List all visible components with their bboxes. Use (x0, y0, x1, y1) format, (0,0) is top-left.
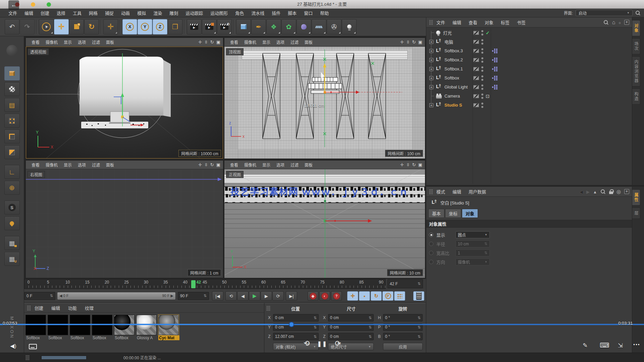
property-spinner[interactable]: 10 cm (455, 240, 490, 247)
xpresso-tag-icon[interactable] (492, 76, 498, 80)
viewport-perspective[interactable]: 查看摄像机显示选项过滤面板 ✛⇳↻▣ (25, 38, 223, 159)
last-used-tool[interactable] (103, 19, 118, 35)
front-canvas[interactable]: Y X 正视图 技艺学习素材网 ｗｗｗ．ｊｙ３ｄ．ｃｎ 网格间距 : 10 cm (224, 169, 425, 278)
more-options-icon[interactable]: ••• (633, 342, 640, 347)
range-right-handle[interactable]: 90 F ▶ (162, 294, 173, 298)
workplane-mode-button[interactable] (4, 98, 20, 112)
points-mode-button[interactable] (4, 114, 20, 128)
om-tab-3[interactable]: 构造 (632, 88, 640, 105)
om-menu-item[interactable]: 查看 (465, 19, 481, 25)
material-item[interactable]: Softbox (114, 315, 135, 340)
object-row[interactable]: +Global Light (426, 82, 632, 92)
om-tab-0[interactable]: 对象 (632, 20, 640, 36)
record-keyframe-button[interactable]: ◆ (308, 291, 318, 301)
right-canvas[interactable]: Y Z 右视图 网格间距 : 1 cm (26, 169, 223, 278)
panel-grip[interactable] (429, 189, 433, 194)
spline-pen-button[interactable] (251, 19, 266, 35)
viewport-menu-item[interactable]: 面板 (302, 162, 316, 168)
visibility-dots[interactable] (481, 75, 483, 81)
toggle-view-icon[interactable]: ▣ (216, 40, 220, 45)
menu-item-13[interactable]: 角色 (231, 10, 248, 16)
snap-settings-button[interactable] (4, 252, 20, 266)
zoom-view-icon[interactable]: ⇳ (204, 162, 208, 167)
key-pla-toggle[interactable] (394, 291, 405, 301)
enabled-check-icon[interactable]: ✓ (486, 30, 490, 36)
home-icon[interactable] (612, 19, 615, 25)
rotate-view-icon[interactable]: ↻ (210, 162, 214, 167)
render-picture-viewer-button[interactable] (202, 19, 217, 35)
material-menu-item[interactable]: 创建 (31, 305, 47, 311)
rotate-view-icon[interactable]: ↻ (210, 40, 214, 45)
keyboard-icon[interactable]: ⌨ (600, 341, 609, 349)
menu-item-17[interactable]: 窗口 (300, 10, 316, 16)
om-menu-item[interactable]: 对象 (481, 19, 497, 25)
property-radio[interactable] (429, 242, 433, 246)
object-row[interactable]: +电脑 (426, 37, 632, 46)
pan-view-icon[interactable]: ✛ (400, 162, 404, 167)
visibility-dots[interactable] (481, 94, 483, 99)
keyframe-selection-button[interactable]: ? (331, 291, 342, 301)
om-tab-2[interactable]: 内容浏览器 (632, 56, 640, 86)
workplane-lock-button[interactable] (4, 236, 20, 250)
property-radio[interactable] (429, 233, 433, 237)
attribute-tab-2[interactable]: 对象 (462, 209, 478, 218)
render-view-button[interactable] (187, 19, 202, 35)
add-icon[interactable]: + (624, 20, 629, 25)
goto-next-key-button[interactable]: ⟳ (272, 291, 284, 301)
viewport-menu-item[interactable]: 面板 (103, 162, 117, 168)
material-item[interactable]: Softbox (70, 315, 91, 340)
viewport-menu-item[interactable]: 显示 (259, 39, 273, 45)
viewport-menu-item[interactable]: 显示 (259, 162, 273, 168)
visibility-dots[interactable] (481, 30, 483, 36)
om-tab-1[interactable]: 场次 (632, 38, 640, 54)
menu-item-8[interactable]: 模拟 (133, 10, 150, 16)
om-menu-item[interactable]: 书签 (513, 19, 529, 25)
move-tool[interactable] (54, 19, 69, 35)
am-side-tab-0[interactable]: 属性 (632, 189, 640, 205)
history-forward-icon[interactable] (586, 189, 590, 194)
object-row[interactable]: +Softbox.2 (426, 55, 632, 64)
material-item[interactable]: Glossy A (136, 315, 157, 340)
property-spinner[interactable]: 1 (455, 249, 490, 256)
expander-icon[interactable]: + (429, 40, 433, 44)
menu-item-3[interactable]: 选择 (53, 10, 69, 16)
exit-fullscreen-icon[interactable]: ⇲ (618, 342, 623, 349)
undo-button[interactable] (5, 19, 19, 35)
menu-item-2[interactable]: 创建 (37, 10, 53, 16)
viewport-menu-item[interactable]: 选项 (273, 39, 287, 45)
perspective-canvas[interactable]: Y X 透视视图 网格间距 : 10000 cm (26, 47, 223, 159)
edges-mode-button[interactable] (4, 129, 20, 143)
viewport-menu-item[interactable]: 查看 (29, 162, 43, 168)
viewport-front[interactable]: 查看摄像机显示选项过滤面板 ✛⇳↻▣ (224, 160, 425, 278)
position-x-field[interactable]: 0 cm (273, 314, 319, 321)
visibility-dots[interactable] (481, 66, 483, 72)
expander-icon[interactable]: + (429, 76, 433, 80)
zoom-view-icon[interactable]: ⇳ (406, 162, 410, 167)
menu-item-10[interactable]: 雕刻 (166, 10, 182, 16)
volume-button[interactable] (297, 19, 311, 35)
menu-item-12[interactable]: 运动图形 (207, 10, 231, 16)
visibility-dots[interactable] (481, 57, 483, 63)
paint-setup-button[interactable] (4, 216, 20, 230)
material-item[interactable]: Softbox (92, 315, 113, 340)
material-item[interactable]: Softbox (48, 315, 69, 340)
track-mode-icon[interactable] (616, 189, 621, 195)
key-scale-toggle[interactable]: ▪ (359, 291, 370, 301)
expander-icon[interactable]: + (429, 49, 433, 53)
video-back-button[interactable]: ← (8, 0, 19, 10)
pan-view-icon[interactable]: ✛ (198, 40, 202, 45)
viewport-menu-item[interactable]: 显示 (61, 39, 75, 45)
filter-icon[interactable] (619, 20, 621, 25)
pencil-icon[interactable]: ✎ (583, 342, 588, 349)
panel-grip[interactable] (25, 355, 29, 360)
expander-icon[interactable]: + (429, 103, 433, 107)
live-selection-tool[interactable] (39, 19, 54, 35)
object-row[interactable]: +Softbox (426, 73, 632, 82)
model-mode-button[interactable] (4, 66, 20, 80)
key-parameter-toggle[interactable]: P (382, 291, 393, 301)
pause-button[interactable]: ❚❚ (317, 341, 327, 347)
menu-item-5[interactable]: 网格 (85, 10, 101, 16)
video-progress-handle[interactable] (289, 322, 294, 327)
viewport-menu-item[interactable]: 面板 (103, 39, 117, 45)
zoom-view-icon[interactable]: ⇳ (204, 40, 208, 45)
